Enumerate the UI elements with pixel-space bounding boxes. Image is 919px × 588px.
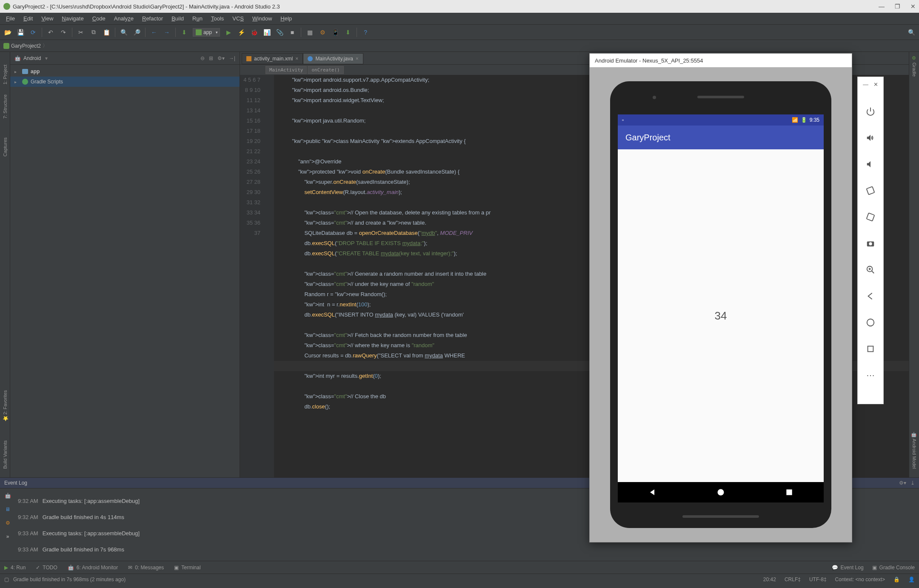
project-collapse-icon[interactable]: ⊖ bbox=[200, 55, 205, 61]
emu-home-icon[interactable] bbox=[865, 317, 876, 328]
more-icon[interactable]: ⋯ bbox=[865, 370, 876, 380]
phone-screen[interactable]: ▫ 📶 🔋 9:35 GaryProject 34 bbox=[618, 114, 824, 502]
menu-build[interactable]: Build bbox=[168, 14, 187, 23]
replace-icon[interactable]: 🔎 bbox=[132, 28, 141, 37]
btab-run[interactable]: ▶ 4: Run bbox=[4, 565, 26, 571]
event-filter-icon[interactable]: ⚙ bbox=[6, 520, 10, 526]
event-hide-icon[interactable]: ⤓ bbox=[910, 480, 915, 486]
tab-android-model[interactable]: 🤖 Android Model bbox=[911, 431, 917, 469]
sync-icon[interactable]: ⟳ bbox=[29, 28, 37, 37]
crumb-class[interactable]: MainActivity bbox=[265, 66, 307, 74]
menu-file[interactable]: File bbox=[3, 14, 18, 23]
emu-back-icon[interactable] bbox=[865, 291, 876, 301]
volume-up-icon[interactable] bbox=[865, 133, 876, 143]
tab-structure[interactable]: 7: Structure bbox=[3, 94, 8, 127]
menu-analyze[interactable]: Analyze bbox=[111, 14, 137, 23]
paste-icon[interactable]: 📋 bbox=[102, 28, 111, 37]
event-settings-icon[interactable]: ⚙▾ bbox=[899, 480, 906, 486]
cut-icon[interactable]: ✂ bbox=[77, 28, 85, 37]
tab-build-variants[interactable]: Build Variants bbox=[3, 440, 8, 469]
layout-icon[interactable]: ▦ bbox=[305, 28, 314, 37]
event-expand-icon[interactable]: » bbox=[6, 534, 9, 539]
maximize-icon[interactable]: ❐ bbox=[895, 3, 900, 10]
back-icon[interactable] bbox=[648, 488, 656, 497]
menu-navigate[interactable]: Navigate bbox=[58, 14, 87, 23]
menu-tools[interactable]: Tools bbox=[208, 14, 227, 23]
status-hector-icon[interactable]: 👤 bbox=[908, 577, 915, 582]
menu-refactor[interactable]: Refactor bbox=[139, 14, 166, 23]
project-expand-icon[interactable]: ⊞ bbox=[209, 55, 213, 61]
emulator-title-bar[interactable]: Android Emulator - Nexus_5X_API_25:5554 bbox=[590, 54, 852, 67]
run-config-dropdown[interactable]: app bbox=[193, 28, 220, 37]
close-tab-icon[interactable]: × bbox=[295, 56, 298, 62]
event-build-icon[interactable]: 🤖 bbox=[5, 493, 11, 499]
project-settings-icon[interactable]: ⚙▾ bbox=[217, 55, 225, 61]
recents-icon[interactable] bbox=[785, 488, 793, 497]
status-encoding[interactable]: UTF-8‡ bbox=[809, 577, 827, 582]
rotate-right-icon[interactable] bbox=[865, 212, 876, 222]
tree-item-app[interactable]: ▸ app bbox=[10, 66, 240, 77]
btab-event-log[interactable]: 💬 Event Log bbox=[832, 565, 864, 571]
menu-run[interactable]: Run bbox=[189, 14, 206, 23]
find-icon[interactable]: 🔍 bbox=[120, 28, 128, 37]
forward-icon[interactable]: → bbox=[163, 28, 171, 37]
camera-icon[interactable] bbox=[865, 238, 876, 248]
btab-todo[interactable]: ✓ TODO bbox=[36, 565, 57, 571]
attach-icon[interactable]: 📎 bbox=[275, 28, 284, 37]
menu-vcs[interactable]: VCS bbox=[229, 14, 247, 23]
tab-activity-main-xml[interactable]: activity_main.xml × bbox=[242, 53, 303, 64]
menu-code[interactable]: Code bbox=[89, 14, 109, 23]
menu-view[interactable]: View bbox=[38, 14, 57, 23]
project-hide-icon[interactable]: →| bbox=[229, 55, 235, 61]
tree-item-gradle-scripts[interactable]: ▸ Gradle Scripts bbox=[10, 77, 240, 87]
undo-icon[interactable]: ↶ bbox=[46, 28, 55, 37]
status-eol[interactable]: CRLF‡ bbox=[785, 577, 801, 582]
power-icon[interactable] bbox=[865, 106, 876, 117]
home-icon[interactable] bbox=[716, 488, 725, 497]
menu-edit[interactable]: Edit bbox=[20, 14, 36, 23]
tab-project[interactable]: 1: Project bbox=[3, 65, 8, 84]
status-lock-icon[interactable]: 🔒 bbox=[893, 577, 900, 582]
menu-window[interactable]: Window bbox=[249, 14, 275, 23]
help-icon[interactable]: ? bbox=[361, 28, 370, 37]
emu-minimize-icon[interactable]: — bbox=[863, 81, 868, 88]
project-view-name[interactable]: Android bbox=[23, 55, 41, 61]
close-icon[interactable]: ✕ bbox=[910, 3, 916, 10]
make-icon[interactable]: ⬇ bbox=[180, 28, 188, 37]
debug-icon[interactable]: 🐞 bbox=[250, 28, 258, 37]
avd-icon[interactable]: ⚙ bbox=[318, 28, 327, 37]
emu-overview-icon[interactable] bbox=[865, 344, 876, 354]
zoom-icon[interactable] bbox=[865, 265, 876, 275]
status-left-icon[interactable]: ▢ bbox=[4, 577, 9, 582]
tab-mainactivity-java[interactable]: MainActivity.java × bbox=[303, 53, 363, 64]
sdk-icon[interactable]: 📱 bbox=[331, 28, 340, 37]
status-context[interactable]: Context: <no context> bbox=[835, 577, 885, 582]
run-icon[interactable]: ▶ bbox=[224, 28, 233, 37]
event-monitor-icon[interactable]: 🖥 bbox=[5, 506, 10, 512]
tab-captures[interactable]: Captures bbox=[3, 137, 8, 174]
btab-terminal[interactable]: ▣ Terminal bbox=[174, 565, 200, 571]
emu-close-icon[interactable]: ✕ bbox=[873, 81, 878, 88]
btab-android-monitor[interactable]: 🤖 6: Android Monitor bbox=[68, 565, 118, 571]
redo-icon[interactable]: ↷ bbox=[59, 28, 68, 37]
volume-down-icon[interactable] bbox=[865, 159, 876, 169]
sdk-manager-icon[interactable]: ⬇ bbox=[344, 28, 352, 37]
btab-gradle-console[interactable]: ▣ Gradle Console bbox=[872, 565, 915, 571]
breadcrumb-root[interactable]: GaryProject2 bbox=[11, 43, 41, 49]
copy-icon[interactable]: ⧉ bbox=[89, 28, 98, 37]
save-icon[interactable]: 💾 bbox=[16, 28, 25, 37]
crumb-method[interactable]: onCreate() bbox=[308, 66, 343, 74]
stop-icon[interactable]: ■ bbox=[288, 28, 297, 37]
close-tab-icon[interactable]: × bbox=[356, 56, 359, 62]
open-icon[interactable]: 📂 bbox=[3, 28, 12, 37]
profile-icon[interactable]: 📊 bbox=[263, 28, 271, 37]
flash-icon[interactable]: ⚡ bbox=[237, 28, 245, 37]
rotate-left-icon[interactable] bbox=[865, 186, 876, 196]
tab-gradle[interactable]: ⚙ Gradle bbox=[911, 55, 917, 77]
status-position[interactable]: 20:42 bbox=[763, 577, 776, 582]
minimize-icon[interactable]: — bbox=[879, 3, 885, 10]
back-icon[interactable]: ← bbox=[150, 28, 158, 37]
btab-messages[interactable]: ✉ 0: Messages bbox=[128, 565, 164, 571]
menu-help[interactable]: Help bbox=[277, 14, 295, 23]
search-everywhere-icon[interactable]: 🔍 bbox=[907, 28, 916, 37]
